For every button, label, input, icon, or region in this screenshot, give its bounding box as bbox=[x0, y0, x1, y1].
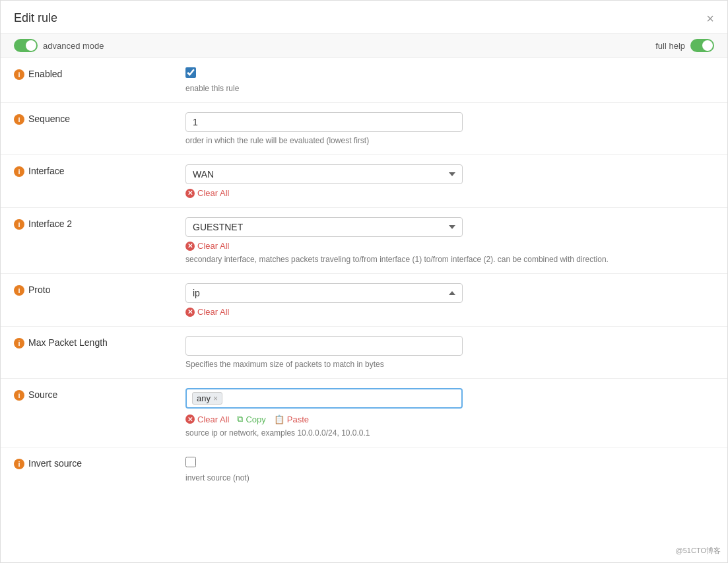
max-packet-length-info-icon[interactable]: i bbox=[14, 338, 24, 348]
sequence-input[interactable] bbox=[185, 112, 463, 132]
interface-info-icon[interactable]: i bbox=[14, 166, 24, 177]
source-label: Source bbox=[28, 389, 57, 400]
proto-label-col: i Proto bbox=[1, 274, 172, 326]
source-label-col: i Source bbox=[1, 379, 172, 447]
advanced-mode-group: advanced mode bbox=[14, 39, 104, 52]
interface2-label: Interface 2 bbox=[28, 218, 72, 229]
full-help-toggle[interactable] bbox=[690, 39, 714, 52]
full-help-group: full help bbox=[655, 39, 714, 52]
invert-source-checkbox[interactable] bbox=[185, 457, 196, 467]
full-help-label: full help bbox=[655, 41, 685, 51]
copy-icon: ⧉ bbox=[237, 414, 243, 424]
proto-field-col: ip tcp udp icmp ✕ Clear All bbox=[172, 274, 727, 326]
sequence-label-col: i Sequence bbox=[1, 103, 172, 154]
form-body: i Enabled enable this rule i Sequence or… bbox=[1, 58, 727, 492]
interface-select[interactable]: WAN LAN GUESTNET bbox=[185, 164, 463, 184]
proto-label: Proto bbox=[28, 284, 50, 295]
invert-source-label-col: i Invert source bbox=[1, 447, 172, 492]
sequence-field-col: order in which the rule will be evaluate… bbox=[172, 103, 727, 154]
max-packet-length-label: Max Packet Length bbox=[28, 337, 108, 348]
source-clear-all[interactable]: ✕ Clear All bbox=[185, 414, 229, 424]
proto-clear-all[interactable]: ✕ Clear All bbox=[185, 307, 229, 317]
interface-row: i Interface WAN LAN GUESTNET ✕ Clear All bbox=[1, 155, 727, 208]
source-tag-remove[interactable]: × bbox=[213, 395, 218, 403]
interface-label-col: i Interface bbox=[1, 155, 172, 207]
source-clear-icon: ✕ bbox=[185, 414, 195, 424]
invert-source-help-text: invert source (not) bbox=[185, 473, 714, 482]
watermark: @51CTO博客 bbox=[676, 546, 721, 556]
interface2-clear-all[interactable]: ✕ Clear All bbox=[185, 241, 229, 251]
enabled-label-col: i Enabled bbox=[1, 58, 172, 102]
close-button[interactable]: × bbox=[706, 12, 714, 25]
invert-source-info-icon[interactable]: i bbox=[14, 459, 24, 469]
enabled-label: Enabled bbox=[28, 69, 62, 79]
interface2-row: i Interface 2 WAN LAN GUESTNET ✕ Clear A… bbox=[1, 208, 727, 274]
modal-title: Edit rule bbox=[14, 11, 57, 25]
interface-clear-icon: ✕ bbox=[185, 189, 195, 198]
source-input-wrapper[interactable]: any × bbox=[185, 388, 463, 409]
max-packet-length-field-col: Specifies the maximum size of packets to… bbox=[172, 327, 727, 378]
invert-source-field-col: invert source (not) bbox=[172, 447, 727, 492]
sequence-info-icon[interactable]: i bbox=[14, 114, 24, 125]
source-action-links: ✕ Clear All ⧉ Copy 📋 Paste bbox=[185, 414, 714, 424]
proto-clear-icon: ✕ bbox=[185, 308, 195, 317]
enabled-checkbox[interactable] bbox=[185, 67, 196, 78]
interface2-info-icon[interactable]: i bbox=[14, 219, 24, 230]
max-packet-length-help-text: Specifies the maximum size of packets to… bbox=[185, 360, 714, 369]
interface2-help-text: secondary interface, matches packets tra… bbox=[185, 255, 714, 264]
source-row: i Source any × ✕ Clear All ⧉ bbox=[1, 379, 727, 447]
max-packet-length-label-col: i Max Packet Length bbox=[1, 327, 172, 378]
invert-source-row: i Invert source invert source (not) bbox=[1, 447, 727, 492]
interface2-clear-icon: ✕ bbox=[185, 242, 195, 251]
advanced-mode-label: advanced mode bbox=[43, 41, 104, 51]
modal-header: Edit rule × bbox=[1, 1, 727, 34]
sequence-row: i Sequence order in which the rule will … bbox=[1, 103, 727, 155]
invert-source-label: Invert source bbox=[28, 458, 82, 469]
interface-label: Interface bbox=[28, 166, 64, 176]
source-paste[interactable]: 📋 Paste bbox=[274, 414, 309, 424]
interface2-field-col: WAN LAN GUESTNET ✕ Clear All secondary i… bbox=[172, 208, 727, 273]
toolbar: advanced mode full help bbox=[1, 34, 727, 58]
proto-select[interactable]: ip tcp udp icmp bbox=[185, 283, 463, 303]
max-packet-length-input[interactable] bbox=[185, 336, 463, 356]
source-tag: any × bbox=[192, 392, 222, 405]
proto-row: i Proto ip tcp udp icmp ✕ Clear All bbox=[1, 274, 727, 327]
enabled-info-icon[interactable]: i bbox=[14, 69, 24, 80]
sequence-label: Sequence bbox=[28, 114, 70, 124]
enabled-help-text: enable this rule bbox=[185, 84, 714, 93]
advanced-mode-toggle[interactable] bbox=[14, 39, 38, 52]
source-info-icon[interactable]: i bbox=[14, 390, 24, 401]
paste-icon: 📋 bbox=[274, 414, 284, 424]
interface2-label-col: i Interface 2 bbox=[1, 208, 172, 273]
enabled-field-col: enable this rule bbox=[172, 58, 727, 102]
interface-clear-all[interactable]: ✕ Clear All bbox=[185, 188, 229, 198]
edit-rule-modal: Edit rule × advanced mode full help i En… bbox=[0, 0, 728, 563]
proto-info-icon[interactable]: i bbox=[14, 285, 24, 296]
interface2-select[interactable]: WAN LAN GUESTNET bbox=[185, 217, 463, 237]
source-tag-value: any bbox=[197, 393, 211, 403]
source-help-text: source ip or network, examples 10.0.0.0/… bbox=[185, 428, 714, 438]
source-field-col: any × ✕ Clear All ⧉ Copy 📋 Past bbox=[172, 379, 727, 447]
enabled-row: i Enabled enable this rule bbox=[1, 58, 727, 103]
interface-field-col: WAN LAN GUESTNET ✕ Clear All bbox=[172, 155, 727, 207]
source-copy[interactable]: ⧉ Copy bbox=[237, 414, 265, 424]
sequence-help-text: order in which the rule will be evaluate… bbox=[185, 136, 714, 145]
max-packet-length-row: i Max Packet Length Specifies the maximu… bbox=[1, 327, 727, 379]
